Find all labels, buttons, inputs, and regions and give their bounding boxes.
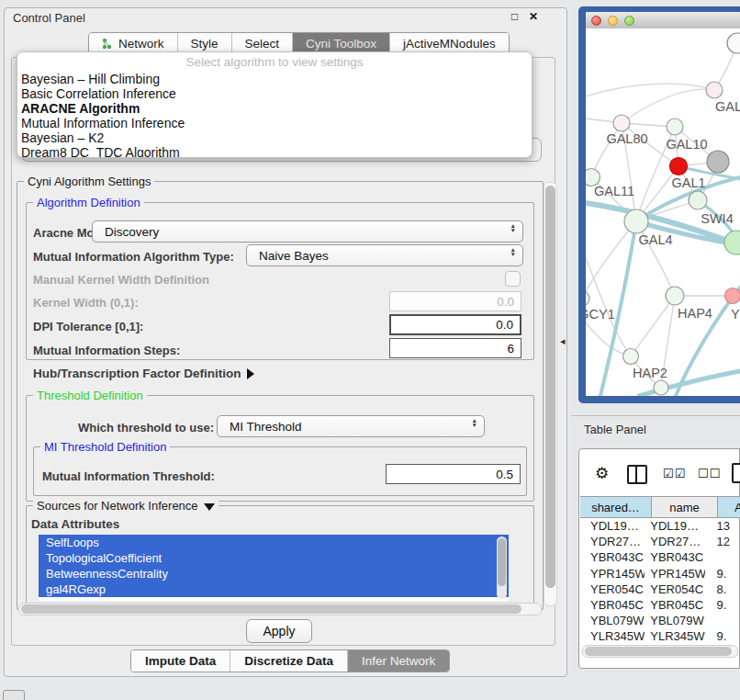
table-row[interactable]: YDR27…YDR27…12 — [580, 534, 740, 549]
network-node-hap2[interactable] — [623, 349, 639, 365]
network-node-swi4[interactable] — [689, 191, 707, 209]
which-threshold-combo[interactable]: MI Threshold ▲▼ — [217, 415, 485, 437]
algorithm-option[interactable]: Bayesian – Hill Climbing — [17, 72, 532, 86]
table-cell: YDL19… — [645, 519, 705, 533]
settings-hscrollbar[interactable] — [18, 603, 542, 615]
network-view-canvas[interactable]: GALGAL80GAL10GAL1GAL11SWI4GAL4GCY1HAP4YH… — [586, 28, 740, 396]
table-row[interactable]: YER054CYER054C8. — [580, 581, 740, 597]
gear-icon[interactable]: ⚙ — [595, 464, 609, 483]
select-all-checkboxes-icon[interactable]: ☑☑ — [663, 467, 686, 480]
zoom-traffic-light-icon[interactable] — [624, 16, 634, 26]
new-table-icon[interactable] — [732, 463, 740, 483]
algorithm-option[interactable]: Dream8 DC_TDC Algorithm — [17, 145, 532, 158]
table-row[interactable]: YBR043CYBR043C — [580, 549, 740, 565]
table-row[interactable]: YDL19…YDL19…13 — [580, 518, 740, 534]
mi-steps-field[interactable]: 6 — [389, 338, 521, 358]
network-node[interactable] — [724, 231, 740, 254]
network-node[interactable] — [654, 380, 668, 395]
manual-kernel-width-checkbox[interactable] — [505, 271, 521, 287]
table-row[interactable]: YPR145WYPR145W9. — [580, 566, 740, 581]
hub-definition-toggle[interactable]: Hub/Transcription Factor Definition — [33, 367, 254, 380]
network-node[interactable] — [727, 33, 740, 53]
algorithm-option-selected[interactable]: ARACNE Algorithm — [17, 101, 532, 116]
attribute-item[interactable]: SelfLoops — [39, 535, 509, 550]
settings-scrollbar-thumb[interactable] — [545, 186, 555, 588]
column-header-name[interactable]: name — [652, 496, 718, 518]
sources-title-label: Sources for Network Inference — [37, 499, 198, 513]
mi-algorithm-type-label: Mutual Information Algorithm Type: — [33, 250, 234, 264]
threshold-definition-title: Threshold Definition — [33, 389, 147, 402]
network-node-y[interactable] — [725, 288, 740, 304]
network-node-gal10[interactable] — [667, 119, 683, 135]
tab-network-label: Network — [118, 37, 164, 51]
column-header-third-label: A — [734, 501, 740, 514]
algorithm-option[interactable]: Mutual Information Inference — [17, 116, 532, 130]
network-node-gcy1[interactable] — [586, 291, 589, 306]
network-icon — [102, 38, 113, 50]
table-hscrollbar-thumb[interactable] — [585, 647, 732, 656]
column-header-third[interactable]: A — [718, 496, 740, 518]
attribute-item[interactable]: TopologicalCoefficient — [39, 550, 509, 566]
sources-title[interactable]: Sources for Network Inference — [33, 499, 219, 513]
attributes-scrollbar[interactable] — [497, 536, 507, 599]
node-label: GAL1 — [671, 175, 705, 190]
algorithm-dropdown-placeholder: Select algorithm to view settings — [17, 52, 532, 72]
network-window-titlebar[interactable] — [586, 12, 740, 29]
spinner-arrows-icon: ▲▼ — [510, 223, 516, 232]
apply-button[interactable]: Apply — [246, 619, 312, 643]
spinner-arrows-icon: ▲▼ — [510, 247, 516, 256]
expanded-arrow-icon — [204, 503, 215, 511]
float-window-icon[interactable]: □ — [511, 10, 518, 23]
collapsed-arrow-icon — [247, 368, 254, 379]
columns-icon[interactable] — [627, 465, 647, 484]
which-threshold-value: MI Threshold — [230, 420, 302, 434]
table-row[interactable]: YLR345WYLR345W9. — [580, 628, 740, 643]
spinner-arrows-icon: ▲▼ — [472, 418, 477, 427]
attributes-scrollbar-thumb[interactable] — [498, 538, 506, 586]
attribute-item[interactable]: BetweennessCentrality — [39, 566, 509, 581]
cropped-button[interactable] — [3, 690, 25, 700]
tab-discretize-data[interactable]: Discretize Data — [230, 650, 348, 672]
dpi-tolerance-field[interactable]: 0.0 — [389, 314, 521, 335]
tab-impute-data[interactable]: Impute Data — [131, 650, 230, 672]
cyni-algorithm-settings-title: Cyni Algorithm Settings — [24, 175, 154, 188]
table-cell: 9. — [705, 629, 740, 643]
node-label: GAL11 — [594, 184, 634, 198]
attribute-item[interactable]: gal4RGexp — [39, 581, 509, 597]
table-hscrollbar[interactable] — [582, 645, 738, 658]
tab-cyni-label: Cyni Toolbox — [306, 37, 376, 51]
table-cell: YBR045C — [645, 598, 705, 612]
mouse-cursor: ◂ — [560, 335, 566, 347]
algorithm-option[interactable]: Bayesian – K2 — [17, 130, 532, 145]
network-node[interactable] — [707, 151, 729, 173]
algorithm-option[interactable]: Basic Correlation Inference — [17, 86, 532, 101]
table-cell: YPR145W — [580, 567, 645, 581]
settings-hscrollbar-thumb[interactable] — [21, 604, 521, 614]
node-label: GAL10 — [666, 137, 707, 152]
tab-infer-network[interactable]: Infer Network — [348, 650, 449, 672]
mi-algorithm-type-combo[interactable]: Naive Bayes ▲▼ — [246, 244, 523, 266]
close-traffic-light-icon[interactable] — [591, 16, 601, 26]
minimize-traffic-light-icon[interactable] — [608, 16, 618, 26]
hub-definition-label: Hub/Transcription Factor Definition — [33, 367, 241, 380]
table-row[interactable]: YBL079WYBL079W — [580, 613, 740, 628]
data-attributes-list: SelfLoops TopologicalCoefficient Between… — [39, 535, 509, 601]
table-cell: YBR043C — [645, 550, 705, 564]
network-node-gal4[interactable] — [624, 209, 648, 233]
network-node-gal[interactable] — [706, 82, 723, 98]
clear-all-checkboxes-icon[interactable]: ☐☐ — [698, 467, 721, 480]
mi-threshold-group-title: MI Threshold Definition — [40, 440, 170, 454]
tab-jactive-label: jActiveMNodules — [403, 37, 496, 51]
column-header-shared[interactable]: shared… — [580, 496, 652, 518]
close-icon[interactable]: ✕ — [529, 10, 538, 23]
network-node-gal80[interactable] — [613, 115, 630, 131]
network-node-gal1[interactable] — [670, 158, 688, 175]
settings-scrollbar[interactable] — [544, 182, 557, 606]
table-cell: YBR043C — [580, 550, 645, 564]
network-edges-thick — [586, 166, 740, 396]
apply-button-label: Apply — [263, 624, 295, 638]
aracne-mode-combo[interactable]: Discovery ▲▼ — [92, 220, 523, 243]
table-row[interactable]: YBR045CYBR045C9. — [580, 597, 740, 613]
mi-threshold-field[interactable]: 0.5 — [386, 464, 521, 484]
network-node-hap4[interactable] — [666, 287, 684, 305]
